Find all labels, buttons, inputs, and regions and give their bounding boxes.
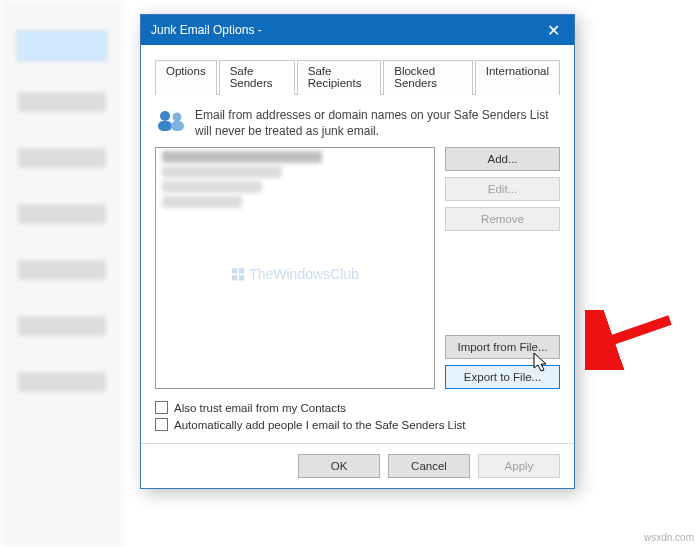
junk-email-options-dialog: Junk Email Options - ✕ Options Safe Send… bbox=[140, 14, 575, 489]
button-label: Remove bbox=[481, 213, 524, 225]
people-icon bbox=[155, 107, 187, 135]
tab-label: International bbox=[486, 65, 549, 77]
safe-senders-list[interactable]: TheWindowsClub bbox=[155, 147, 435, 389]
button-label: Edit... bbox=[488, 183, 517, 195]
tab-row: Options Safe Senders Safe Recipients Blo… bbox=[141, 45, 574, 94]
tab-label: Blocked Senders bbox=[394, 65, 437, 89]
tab-blocked-senders[interactable]: Blocked Senders bbox=[383, 60, 472, 95]
svg-rect-4 bbox=[232, 269, 237, 274]
ok-button[interactable]: OK bbox=[298, 454, 380, 478]
checkbox-group: Also trust email from my Contacts Automa… bbox=[155, 401, 560, 431]
edit-button[interactable]: Edit... bbox=[445, 177, 560, 201]
watermark-text: TheWindowsClub bbox=[249, 267, 359, 283]
button-label: Cancel bbox=[411, 460, 447, 472]
svg-rect-6 bbox=[232, 276, 237, 281]
titlebar[interactable]: Junk Email Options - ✕ bbox=[141, 15, 574, 45]
cancel-button[interactable]: Cancel bbox=[388, 454, 470, 478]
svg-rect-7 bbox=[239, 276, 244, 281]
add-button[interactable]: Add... bbox=[445, 147, 560, 171]
watermark-logo: TheWindowsClub bbox=[231, 267, 359, 283]
tab-description: Email from addresses or domain names on … bbox=[195, 107, 560, 139]
dialog-title: Junk Email Options - bbox=[151, 23, 532, 37]
tab-label: Safe Senders bbox=[230, 65, 273, 89]
button-label: Apply bbox=[505, 460, 534, 472]
tab-safe-recipients[interactable]: Safe Recipients bbox=[297, 60, 382, 95]
export-to-file-button[interactable]: Export to File... bbox=[445, 365, 560, 389]
button-label: Import from File... bbox=[457, 341, 547, 353]
apply-button[interactable]: Apply bbox=[478, 454, 560, 478]
list-item[interactable] bbox=[162, 196, 242, 208]
list-item[interactable] bbox=[162, 181, 262, 193]
checkbox-icon bbox=[155, 418, 168, 431]
list-button-column: Add... Edit... Remove Import from File..… bbox=[445, 147, 560, 389]
auto-add-checkbox[interactable]: Automatically add people I email to the … bbox=[155, 418, 560, 431]
svg-point-2 bbox=[173, 113, 182, 122]
dialog-footer: OK Cancel Apply bbox=[141, 443, 574, 488]
list-item[interactable] bbox=[162, 151, 322, 163]
list-item[interactable] bbox=[162, 166, 282, 178]
checkbox-icon bbox=[155, 401, 168, 414]
checkbox-label: Automatically add people I email to the … bbox=[174, 419, 466, 431]
remove-button[interactable]: Remove bbox=[445, 207, 560, 231]
tab-label: Options bbox=[166, 65, 206, 77]
tab-label: Safe Recipients bbox=[308, 65, 362, 89]
button-label: Export to File... bbox=[464, 371, 541, 383]
tab-options[interactable]: Options bbox=[155, 60, 217, 95]
tab-safe-senders[interactable]: Safe Senders bbox=[219, 60, 295, 95]
trust-contacts-checkbox[interactable]: Also trust email from my Contacts bbox=[155, 401, 560, 414]
button-label: OK bbox=[331, 460, 348, 472]
svg-rect-1 bbox=[158, 121, 172, 131]
tab-body-safe-senders: Email from addresses or domain names on … bbox=[141, 95, 574, 443]
svg-point-0 bbox=[160, 111, 170, 121]
import-from-file-button[interactable]: Import from File... bbox=[445, 335, 560, 359]
page-watermark: wsxdn.com bbox=[644, 532, 694, 543]
button-label: Add... bbox=[487, 153, 517, 165]
svg-rect-5 bbox=[239, 269, 244, 274]
close-icon[interactable]: ✕ bbox=[532, 15, 574, 45]
checkbox-label: Also trust email from my Contacts bbox=[174, 402, 346, 414]
dialog-backdrop: Junk Email Options - ✕ Options Safe Send… bbox=[0, 0, 700, 547]
tab-international[interactable]: International bbox=[475, 60, 560, 95]
svg-rect-3 bbox=[171, 121, 184, 131]
